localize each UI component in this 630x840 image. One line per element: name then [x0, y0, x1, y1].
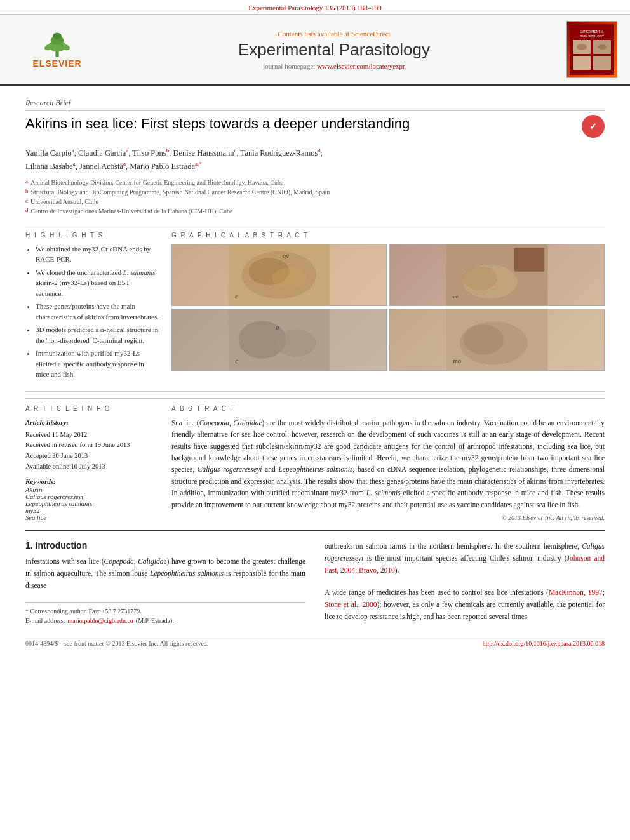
svg-point-14: [598, 44, 607, 50]
graphical-abstract-header: G R A P H I C A L A B S T R A C T: [171, 232, 605, 239]
article-history: Article history: Received 11 May 2012 Re…: [25, 417, 159, 472]
svg-rect-12: [593, 56, 611, 70]
highlights-list: We obtained the my32-Cr cDNA ends by RAC…: [25, 244, 159, 380]
list-item: We cloned the uncharacterized L. salmani…: [36, 267, 159, 299]
keyword-4: my32: [25, 507, 159, 514]
available-date: Available online 10 July 2013: [25, 463, 105, 470]
introduction-columns: 1. Introduction Infestations with sea li…: [25, 540, 605, 625]
micro-image-3: c o: [172, 309, 386, 370]
highlights-col: H I G H L I G H T S We obtained the my32…: [25, 232, 159, 382]
citation-text: Experimental Parasitology 135 (2013) 188…: [248, 4, 382, 11]
svg-text:PARASITOLOGY: PARASITOLOGY: [580, 34, 605, 38]
paper-title: Akirins in sea lice: First steps towards…: [25, 115, 575, 133]
journal-title: Experimental Parasitology: [102, 40, 566, 60]
ref-link-1[interactable]: Johnson and Fast, 2004; Bravo, 2010: [325, 554, 605, 574]
abstract-image-bottom-right: mo: [389, 309, 605, 371]
affiliations-list: aAnimal Biotechnology Division, Center f…: [25, 178, 605, 216]
intro-left-text: Infestations with sea lice (Copepoda, Ca…: [25, 556, 305, 592]
ref-link-2[interactable]: MacKinnon, 1997: [549, 589, 603, 596]
intro-right-text-2: A wide range of medicines has been used …: [325, 587, 605, 623]
list-item: 3D models predicted a α-helical structur…: [36, 324, 159, 345]
article-info-abstract-section: A R T I C L E I N F O Article history: R…: [25, 398, 605, 521]
highlights-header: H I G H L I G H T S: [25, 232, 159, 239]
list-item: These genes/proteins have the main chara…: [36, 301, 159, 322]
intro-section-title: 1. Introduction: [25, 540, 305, 550]
received-date: Received 11 May 2012: [25, 431, 87, 438]
footnote-email: E-mail address: mario.pablo@cigb.edu.cu …: [25, 616, 305, 625]
list-item: We obtained the my32-Cr cDNA ends by RAC…: [36, 244, 159, 265]
footnote-star: * Corresponding author. Fax: +53 7 27317…: [25, 606, 305, 616]
copyright-notice: © 2013 Elsevier Inc. All rights reserved…: [171, 514, 605, 521]
footnote: * Corresponding author. Fax: +53 7 27317…: [25, 602, 305, 625]
introduction-section: 1. Introduction Infestations with sea li…: [25, 530, 605, 625]
abstract-text: Sea lice (Copepoda, Caligidae) are the m…: [171, 417, 605, 510]
email-link[interactable]: mario.pablo@cigb.edu.cu: [67, 616, 133, 625]
elsevier-text: ELSEVIER: [32, 58, 81, 69]
svg-point-13: [577, 44, 587, 50]
bottom-bar: 0014-4894/$ – see front matter © 2013 El…: [25, 636, 605, 651]
svg-point-18: [272, 268, 306, 288]
publisher-logo: ELSEVIER: [13, 30, 102, 69]
sciencedirect-link: Contents lists available at ScienceDirec…: [102, 30, 566, 37]
abstract-col: A B S T R A C T Sea lice (Copepoda, Cali…: [171, 405, 605, 521]
svg-text:c: c: [235, 357, 238, 364]
divider-2: [25, 391, 605, 392]
paper-content: Research Brief Akirins in sea lice: Firs…: [0, 86, 630, 663]
abstract-header: A B S T R A C T: [171, 405, 605, 412]
journal-header: ELSEVIER Contents lists available at Sci…: [0, 15, 630, 86]
elsevier-tree-icon: [35, 30, 79, 58]
keyword-3: Lepeophtheirus salmanis: [25, 500, 159, 507]
section-label: Research Brief: [25, 98, 605, 111]
svg-point-28: [276, 330, 316, 357]
highlights-graphical-section: H I G H L I G H T S We obtained the my32…: [25, 232, 605, 382]
revised-date: Received in revised form 19 June 2013: [25, 441, 130, 448]
authors-line: Yamila Carpioa, Claudia Garcíaa, Tirso P…: [25, 146, 605, 173]
svg-point-33: [463, 324, 504, 354]
sciencedirect-text[interactable]: ScienceDirect: [351, 30, 391, 37]
svg-text:EXPERIMENTAL: EXPERIMENTAL: [580, 30, 604, 34]
journal-homepage: journal homepage: www.elsevier.com/locat…: [102, 62, 566, 70]
keywords-section: Keywords: Akirin Caligus rogercresseyi L…: [25, 477, 159, 521]
keyword-1: Akirin: [25, 486, 159, 493]
graphical-abstract-images: c ov ov: [171, 244, 605, 371]
keyword-2: Caligus rogercresseyi: [25, 493, 159, 500]
svg-text:ov: ov: [453, 293, 458, 300]
intro-right-text-1: outbreaks on salmon farms in the norther…: [325, 540, 605, 577]
abstract-image-top-left: c ov: [171, 244, 387, 306]
journal-info-center: Contents lists available at ScienceDirec…: [102, 30, 566, 70]
intro-right-col: outbreaks on salmon farms in the norther…: [325, 540, 605, 625]
svg-rect-22: [514, 248, 544, 271]
svg-point-24: [463, 266, 497, 290]
svg-text:c: c: [235, 293, 238, 300]
history-label: Article history:: [25, 417, 159, 429]
keyword-5: Sea lice: [25, 514, 159, 521]
journal-cover-image: EXPERIMENTAL PARASITOLOGY: [566, 21, 617, 78]
elsevier-logo: ELSEVIER: [22, 30, 92, 69]
article-info-col: A R T I C L E I N F O Article history: R…: [25, 405, 159, 521]
micro-image-1: c ov: [172, 244, 386, 305]
svg-text:o: o: [276, 324, 279, 331]
keywords-label: Keywords:: [25, 477, 159, 485]
issn-text: 0014-4894/$ – see front matter © 2013 El…: [25, 640, 208, 647]
divider: [25, 225, 605, 225]
crossmark-badge[interactable]: ✓: [582, 115, 605, 138]
ref-link-3[interactable]: Stone et al., 2000: [325, 601, 377, 608]
journal-citation: Experimental Parasitology 135 (2013) 188…: [0, 0, 630, 15]
svg-rect-11: [573, 56, 591, 70]
svg-point-3: [53, 33, 62, 40]
svg-text:ov: ov: [283, 252, 289, 259]
doi-link[interactable]: http://dx.doi.org/10.1016/j.exppara.2013…: [483, 640, 605, 647]
abstract-image-top-right: ov: [389, 244, 605, 306]
article-info-header: A R T I C L E I N F O: [25, 405, 159, 412]
micro-image-2: ov: [390, 244, 604, 305]
list-item: Immunization with purified my32-Ls elici…: [36, 348, 159, 380]
graphical-abstract-col: G R A P H I C A L A B S T R A C T c ov: [171, 232, 605, 382]
intro-left-col: 1. Introduction Infestations with sea li…: [25, 540, 305, 625]
accepted-date: Accepted 30 June 2013: [25, 452, 88, 459]
cover-art: EXPERIMENTAL PARASITOLOGY: [570, 24, 614, 75]
micro-image-4: mo: [390, 309, 604, 370]
abstract-image-bottom-left: c o: [171, 309, 387, 371]
svg-text:mo: mo: [453, 357, 462, 364]
